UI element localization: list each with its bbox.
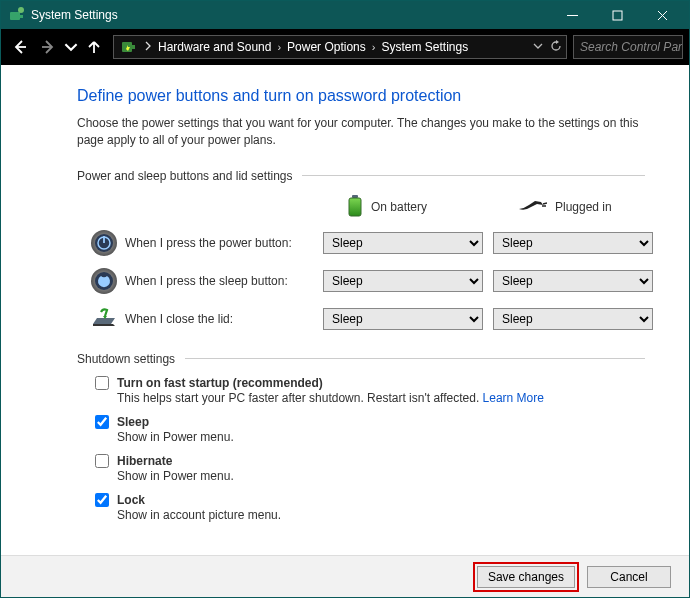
checkbox-input[interactable]	[95, 493, 109, 507]
save-changes-button[interactable]: Save changes	[477, 566, 575, 588]
option-fast-startup: Turn on fast startup (recommended) This …	[95, 376, 645, 405]
checkbox-label: Sleep	[117, 415, 149, 429]
row-label-text: When I press the sleep button:	[125, 274, 288, 288]
section-title: Power and sleep buttons and lid settings	[77, 169, 292, 183]
chevron-right-icon	[144, 40, 152, 54]
checkbox-sub: Show in Power menu.	[117, 469, 645, 483]
search-placeholder: Search Control Panel	[580, 40, 683, 54]
laptop-lid-icon	[89, 304, 119, 334]
column-header-battery: On battery	[323, 195, 483, 220]
content-area: Define power buttons and turn on passwor…	[1, 65, 689, 555]
cancel-button[interactable]: Cancel	[587, 566, 671, 588]
option-lock: Lock Show in account picture menu.	[95, 493, 645, 522]
close-lid-plugged-select[interactable]: Sleep	[493, 308, 653, 330]
row-label-text: When I close the lid:	[125, 312, 233, 326]
column-label: On battery	[371, 200, 427, 214]
up-button[interactable]	[81, 34, 107, 60]
titlebar-title: System Settings	[31, 8, 550, 22]
checkbox-label: Lock	[117, 493, 145, 507]
settings-window: System Settings Hardware and Sound › Pow…	[0, 0, 690, 598]
plug-icon	[517, 200, 547, 215]
refresh-button[interactable]	[550, 40, 562, 55]
app-icon	[9, 7, 25, 23]
forward-button[interactable]	[35, 34, 61, 60]
checkbox-hibernate[interactable]: Hibernate	[95, 454, 645, 468]
power-options-icon	[120, 38, 138, 56]
address-dropdown[interactable]	[532, 40, 544, 55]
titlebar: System Settings	[1, 1, 689, 29]
checkbox-lock[interactable]: Lock	[95, 493, 645, 507]
power-button-battery-select[interactable]: Sleep	[323, 232, 483, 254]
battery-icon	[347, 195, 363, 220]
recent-dropdown[interactable]	[63, 34, 79, 60]
page-description: Choose the power settings that you want …	[77, 115, 645, 149]
checkbox-input[interactable]	[95, 454, 109, 468]
sleep-button-battery-select[interactable]: Sleep	[323, 270, 483, 292]
svg-rect-10	[132, 45, 135, 49]
shutdown-settings-list: Turn on fast startup (recommended) This …	[95, 376, 645, 522]
checkbox-sub: This helps start your PC faster after sh…	[117, 391, 479, 405]
footer: Save changes Cancel	[1, 555, 689, 597]
svg-line-13	[543, 203, 547, 204]
svg-rect-4	[613, 11, 622, 20]
svg-point-2	[18, 7, 24, 13]
close-lid-battery-select[interactable]: Sleep	[323, 308, 483, 330]
section-title: Shutdown settings	[77, 352, 175, 366]
row-power-button: When I press the power button:	[73, 228, 313, 258]
learn-more-link[interactable]: Learn More	[483, 391, 544, 405]
checkbox-sleep[interactable]: Sleep	[95, 415, 645, 429]
column-label: Plugged in	[555, 200, 612, 214]
svg-rect-0	[10, 12, 20, 20]
crumb-system-settings[interactable]: System Settings	[381, 40, 468, 54]
search-input[interactable]: Search Control Panel	[573, 35, 683, 59]
section-header-buttons-lid: Power and sleep buttons and lid settings	[77, 169, 645, 183]
back-button[interactable]	[7, 34, 33, 60]
chevron-right-icon: ›	[277, 41, 281, 53]
checkbox-input[interactable]	[95, 415, 109, 429]
page-heading: Define power buttons and turn on passwor…	[77, 87, 645, 105]
checkbox-sub: Show in account picture menu.	[117, 508, 645, 522]
maximize-button[interactable]	[595, 1, 640, 29]
crumb-hardware-sound[interactable]: Hardware and Sound	[158, 40, 271, 54]
column-header-plugged: Plugged in	[493, 200, 653, 215]
breadcrumb: Hardware and Sound › Power Options › Sys…	[156, 40, 470, 54]
section-header-shutdown: Shutdown settings	[77, 352, 645, 366]
svg-rect-12	[349, 198, 361, 216]
row-label-text: When I press the power button:	[125, 236, 292, 250]
crumb-power-options[interactable]: Power Options	[287, 40, 366, 54]
chevron-right-icon: ›	[372, 41, 376, 53]
option-hibernate: Hibernate Show in Power menu.	[95, 454, 645, 483]
option-sleep: Sleep Show in Power menu.	[95, 415, 645, 444]
row-sleep-button: When I press the sleep button:	[73, 266, 313, 296]
power-button-plugged-select[interactable]: Sleep	[493, 232, 653, 254]
close-button[interactable]	[640, 1, 685, 29]
navbar: Hardware and Sound › Power Options › Sys…	[1, 29, 689, 65]
sleep-button-icon	[89, 266, 119, 296]
checkbox-input[interactable]	[95, 376, 109, 390]
sleep-button-plugged-select[interactable]: Sleep	[493, 270, 653, 292]
svg-rect-1	[20, 15, 23, 18]
checkbox-sub: Show in Power menu.	[117, 430, 645, 444]
power-button-icon	[89, 228, 119, 258]
checkbox-label: Hibernate	[117, 454, 172, 468]
checkbox-fast-startup[interactable]: Turn on fast startup (recommended)	[95, 376, 645, 390]
checkbox-label: Turn on fast startup (recommended)	[117, 376, 323, 390]
minimize-button[interactable]	[550, 1, 595, 29]
row-close-lid: When I close the lid:	[73, 304, 313, 334]
address-bar[interactable]: Hardware and Sound › Power Options › Sys…	[113, 35, 567, 59]
